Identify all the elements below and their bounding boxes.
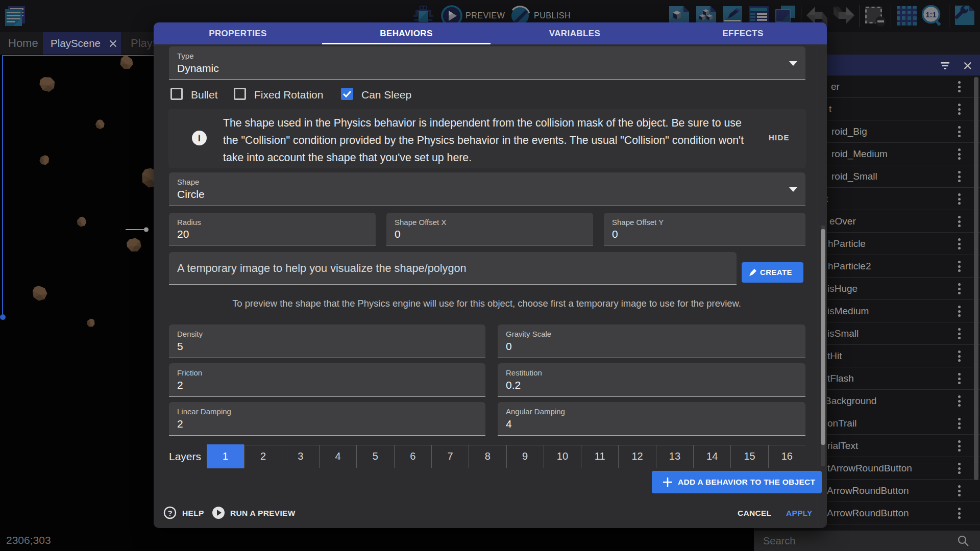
svg-text:?: ? bbox=[167, 509, 172, 517]
svg-text:1:1: 1:1 bbox=[925, 10, 937, 19]
